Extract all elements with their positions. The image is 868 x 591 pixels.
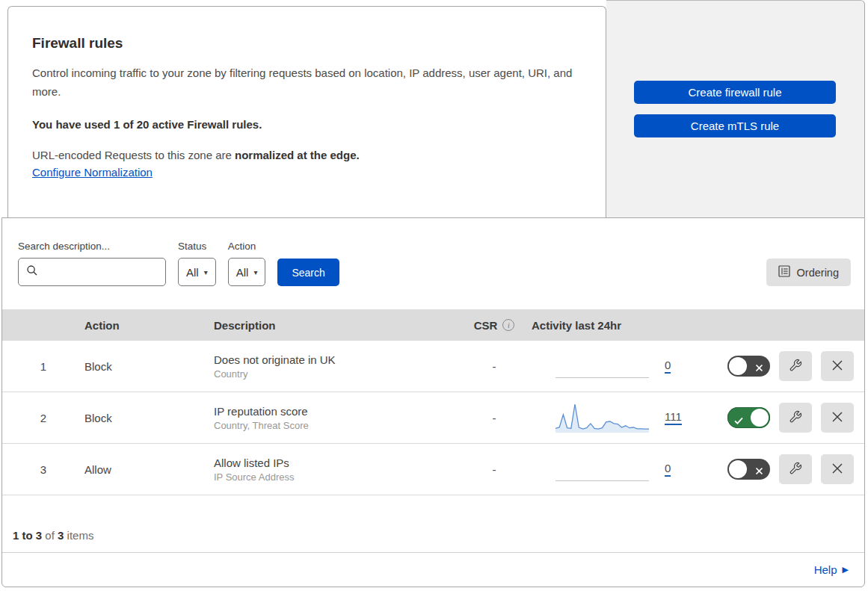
action-column-header: Action bbox=[84, 319, 214, 332]
edit-rule-button[interactable] bbox=[779, 454, 812, 484]
rule-description-cell: Allow listed IPs IP Source Address bbox=[214, 457, 457, 483]
status-label: Status bbox=[178, 241, 216, 252]
delete-rule-button[interactable] bbox=[821, 454, 854, 484]
status-filter-group: Status All ▾ bbox=[178, 241, 216, 286]
help-link-label: Help bbox=[814, 563, 837, 576]
pagination: 1 to 3 of 3 items bbox=[2, 495, 864, 552]
search-label: Search description... bbox=[18, 241, 166, 252]
action-label: Action bbox=[228, 241, 266, 252]
toggle-knob bbox=[729, 460, 747, 478]
ordering-button[interactable]: Ordering bbox=[766, 259, 851, 286]
close-icon bbox=[831, 359, 843, 374]
activity-sparkline bbox=[555, 454, 649, 485]
rule-priority: 1 bbox=[2, 360, 84, 373]
page-title: Firewall rules bbox=[32, 35, 576, 52]
action-filter-group: Action All ▾ bbox=[228, 241, 266, 286]
table-row: 2 Block IP reputation score Country, Thr… bbox=[2, 392, 864, 444]
toggle-knob bbox=[751, 409, 769, 427]
delete-rule-button[interactable] bbox=[821, 351, 854, 381]
status-filter-select[interactable]: All ▾ bbox=[178, 258, 216, 286]
rule-enabled-toggle[interactable] bbox=[727, 407, 770, 428]
normalization-prefix: URL-encoded Requests to this zone are bbox=[32, 149, 235, 161]
description-card: Firewall rules Control incoming traffic … bbox=[7, 6, 606, 217]
chevron-down-icon: ▾ bbox=[204, 268, 208, 276]
check-icon bbox=[734, 414, 743, 427]
activity-count-link[interactable]: 111 bbox=[665, 410, 682, 425]
toggle-knob bbox=[729, 357, 747, 375]
status-selected-value: All bbox=[186, 266, 199, 279]
wrench-icon bbox=[789, 462, 802, 477]
csr-header-label: CSR bbox=[474, 319, 498, 332]
activity-sparkline bbox=[555, 350, 649, 382]
table-row: 1 Block Does not originate in UK Country… bbox=[2, 341, 864, 392]
actions-panel: Create firewall rule Create mTLS rule bbox=[606, 0, 865, 217]
rule-controls bbox=[727, 454, 864, 484]
rule-action: Block bbox=[84, 412, 214, 424]
x-icon bbox=[755, 465, 763, 478]
wrench-icon bbox=[789, 359, 802, 374]
csr-column-header: CSR i bbox=[457, 319, 532, 332]
search-icon bbox=[26, 264, 38, 279]
delete-rule-button[interactable] bbox=[821, 403, 854, 433]
rule-activity-cell: 0 bbox=[532, 454, 727, 485]
info-icon[interactable]: i bbox=[502, 319, 514, 331]
rule-description-cell: IP reputation score Country, Threat Scor… bbox=[214, 405, 457, 431]
rule-criteria: IP Source Address bbox=[214, 471, 457, 483]
rule-criteria: Country, Threat Score bbox=[214, 420, 457, 431]
activity-sparkline bbox=[555, 402, 649, 433]
table-row: 3 Allow Allow listed IPs IP Source Addre… bbox=[2, 444, 864, 495]
filter-bar: Search description... Status All ▾ Actio… bbox=[2, 218, 864, 309]
activity-column-header: Activity last 24hr bbox=[532, 319, 727, 332]
rule-priority: 2 bbox=[2, 412, 84, 424]
create-mtls-rule-button[interactable]: Create mTLS rule bbox=[634, 114, 836, 137]
rule-priority: 3 bbox=[2, 463, 84, 476]
search-box bbox=[18, 258, 166, 286]
rule-action: Block bbox=[84, 360, 214, 373]
configure-normalization-link[interactable]: Configure Normalization bbox=[32, 166, 153, 179]
rule-controls bbox=[727, 351, 864, 381]
rule-action: Allow bbox=[84, 463, 214, 476]
activity-count-link[interactable]: 0 bbox=[665, 462, 671, 477]
rule-activity-cell: 111 bbox=[532, 402, 727, 433]
close-icon bbox=[831, 411, 843, 425]
rule-enabled-toggle[interactable] bbox=[727, 459, 770, 480]
rule-csr: - bbox=[457, 360, 532, 373]
wrench-icon bbox=[789, 410, 802, 426]
activity-count-link[interactable]: 0 bbox=[665, 359, 671, 374]
normalization-note: URL-encoded Requests to this zone are no… bbox=[32, 149, 576, 161]
rule-description: Allow listed IPs bbox=[214, 457, 457, 469]
arrow-right-icon: ▶ bbox=[843, 565, 849, 575]
page-description: Control incoming traffic to your zone by… bbox=[32, 64, 576, 101]
rule-controls bbox=[727, 403, 864, 433]
pagination-of: of bbox=[42, 529, 58, 542]
description-column-header: Description bbox=[214, 319, 457, 332]
chevron-down-icon: ▾ bbox=[253, 268, 257, 276]
usage-summary: You have used 1 of 20 active Firewall ru… bbox=[32, 118, 576, 131]
rule-description: IP reputation score bbox=[214, 405, 457, 418]
pagination-range: 1 to 3 bbox=[13, 529, 42, 542]
help-link[interactable]: Help ▶ bbox=[814, 563, 849, 576]
action-filter-select[interactable]: All ▾ bbox=[228, 258, 266, 286]
search-input[interactable] bbox=[43, 259, 178, 285]
action-selected-value: All bbox=[236, 266, 249, 279]
firewall-rules-page: Firewall rules Control incoming traffic … bbox=[0, 0, 868, 591]
pagination-items: items bbox=[64, 529, 93, 542]
x-icon bbox=[755, 362, 763, 375]
rule-description-cell: Does not originate in UK Country bbox=[214, 353, 457, 380]
normalization-bold: normalized at the edge. bbox=[235, 149, 360, 161]
search-button[interactable]: Search bbox=[277, 259, 339, 286]
rule-csr: - bbox=[457, 463, 532, 476]
table-header: Action Description CSR i Activity last 2… bbox=[2, 309, 864, 341]
rule-enabled-toggle[interactable] bbox=[727, 356, 770, 377]
rule-activity-cell: 0 bbox=[532, 350, 727, 382]
rules-list-card: Search description... Status All ▾ Actio… bbox=[1, 217, 865, 587]
rule-description: Does not originate in UK bbox=[214, 353, 457, 366]
rule-csr: - bbox=[457, 412, 532, 424]
rule-criteria: Country bbox=[214, 368, 457, 380]
edit-rule-button[interactable] bbox=[779, 403, 812, 433]
create-firewall-rule-button[interactable]: Create firewall rule bbox=[634, 81, 836, 104]
ordering-button-label: Ordering bbox=[797, 267, 839, 279]
close-icon bbox=[831, 462, 843, 477]
help-row: Help ▶ bbox=[2, 552, 864, 587]
edit-rule-button[interactable] bbox=[779, 351, 812, 381]
